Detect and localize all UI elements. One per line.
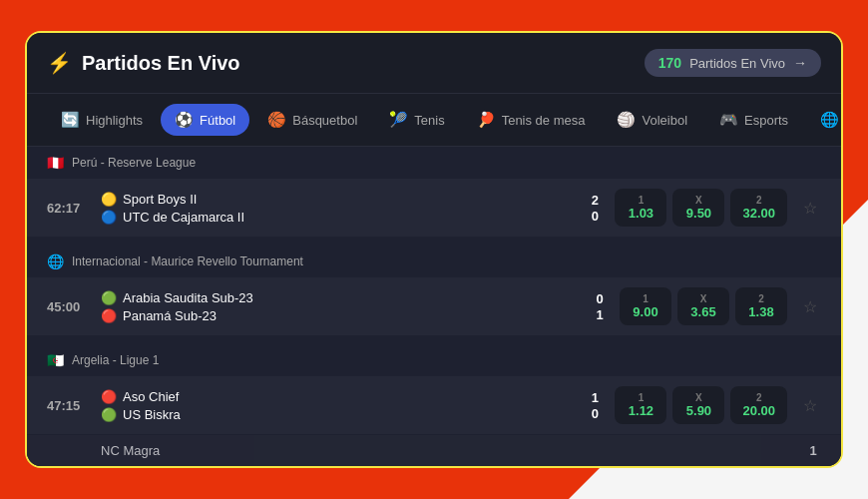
- odd-x-value: 5.90: [686, 403, 711, 418]
- table-row: 45:00 🟢 Arabia Saudita Sub-23 🔴 Panamá S…: [27, 277, 841, 335]
- team-row: 🟢 Arabia Saudita Sub-23: [101, 290, 580, 305]
- tab-esports-label: Esports: [744, 113, 788, 128]
- argelia-league-name: Argelia - Ligue 1: [72, 353, 159, 367]
- tab-tenis-mesa-label: Tenis de mesa: [502, 113, 586, 128]
- tab-tenis[interactable]: 🎾 Tenis: [375, 104, 458, 136]
- partial-team-name: NC Magra: [101, 443, 160, 458]
- odd-2-value: 32.00: [742, 206, 775, 221]
- league-header-internacional: 🌐 Internacional - Maurice Revello Tourna…: [27, 246, 841, 277]
- odd-2-label: 2: [756, 392, 762, 403]
- tab-basquetbol[interactable]: 🏀 Básquetbol: [253, 104, 371, 136]
- partial-match-row: NC Magra 1: [27, 435, 841, 466]
- bolt-icon: ⚡: [47, 51, 72, 75]
- badge-arrow-icon: →: [793, 55, 807, 71]
- favorite-button[interactable]: ☆: [799, 392, 821, 419]
- team2-name: US Biskra: [123, 407, 181, 422]
- odd-x-value: 9.50: [686, 206, 711, 221]
- team-row: 🔵 UTC de Cajamarca II: [101, 210, 575, 225]
- team1-name: Arabia Saudita Sub-23: [123, 290, 253, 305]
- odd-1-button[interactable]: 1 9.00: [620, 287, 671, 325]
- league-header-peru: 🇵🇪 Perú - Reserve League: [27, 147, 841, 179]
- tenis-icon: 🎾: [389, 111, 408, 129]
- odd-x-value: 3.65: [690, 304, 715, 319]
- partial-score: 1: [805, 444, 821, 457]
- odd-2-button[interactable]: 2 32.00: [730, 189, 787, 227]
- peru-league-name: Perú - Reserve League: [72, 156, 196, 170]
- match-time: 45:00: [47, 299, 89, 314]
- score1: 1: [592, 391, 599, 404]
- team2-icon: 🔵: [101, 210, 117, 225]
- header-title: Partidos En Vivo: [82, 52, 240, 75]
- odds-group: 1 1.03 X 9.50 2 32.00: [615, 189, 787, 227]
- tab-highlights[interactable]: 🔄 Highlights: [47, 104, 157, 136]
- tab-futbol-label: Fútbol: [200, 113, 235, 128]
- match-teams: 🟢 Arabia Saudita Sub-23 🔴 Panamá Sub-23: [101, 290, 580, 323]
- score1: 2: [592, 194, 599, 207]
- odd-x-button[interactable]: X 9.50: [672, 189, 724, 227]
- odd-1-value: 9.00: [633, 304, 657, 319]
- score1: 0: [596, 292, 603, 305]
- favorite-button[interactable]: ☆: [799, 293, 821, 320]
- tab-balonmano[interactable]: 🌐 Balonmano: [806, 104, 841, 136]
- tab-esports[interactable]: 🎮 Esports: [705, 104, 802, 136]
- team-row: 🟡 Sport Boys II: [101, 192, 575, 207]
- team-row: NC Magra: [101, 443, 793, 458]
- tab-voleibol-label: Voleibol: [642, 113, 687, 128]
- header-left: ⚡ Partidos En Vivo: [47, 51, 240, 75]
- table-row: 47:15 🔴 Aso Chief 🟢 US Biskra 1 0 1 1.12: [27, 376, 841, 434]
- score2: 0: [592, 210, 599, 223]
- futbol-icon: ⚽: [175, 111, 194, 129]
- tab-highlights-label: Highlights: [86, 113, 143, 128]
- content-area: 🇵🇪 Perú - Reserve League 62:17 🟡 Sport B…: [27, 147, 841, 466]
- team-row: 🟢 US Biskra: [101, 407, 575, 422]
- match-time: 62:17: [47, 201, 89, 216]
- favorite-button[interactable]: ☆: [799, 195, 821, 222]
- team2-icon: 🔴: [101, 308, 117, 323]
- odds-group: 1 9.00 X 3.65 2 1.38: [620, 287, 787, 325]
- odd-1-button[interactable]: 1 1.03: [615, 189, 666, 227]
- match-score: 2 0: [587, 194, 603, 223]
- partial-score-num: 1: [809, 444, 816, 457]
- odd-2-value: 1.38: [748, 304, 773, 319]
- odd-1-button[interactable]: 1 1.12: [615, 386, 666, 424]
- badge-label: Partidos En Vivo: [689, 56, 785, 71]
- odd-x-button[interactable]: X 3.65: [677, 287, 729, 325]
- odd-2-value: 20.00: [742, 403, 775, 418]
- odd-x-label: X: [700, 293, 707, 304]
- odd-x-label: X: [695, 195, 702, 206]
- odd-1-label: 1: [639, 392, 645, 403]
- tab-futbol[interactable]: ⚽ Fútbol: [161, 104, 249, 136]
- team2-icon: 🟢: [101, 407, 117, 422]
- odd-1-value: 1.12: [629, 403, 653, 418]
- voleibol-icon: 🏐: [617, 111, 636, 129]
- team1-name: Aso Chief: [123, 389, 179, 404]
- tab-voleibol[interactable]: 🏐 Voleibol: [603, 104, 701, 136]
- odds-group: 1 1.12 X 5.90 2 20.00: [615, 386, 787, 424]
- tab-tenis-label: Tenis: [414, 113, 444, 128]
- argelia-flag-icon: 🇩🇿: [47, 352, 64, 368]
- live-count: 170: [658, 55, 681, 71]
- team-row: 🔴 Aso Chief: [101, 389, 575, 404]
- nav-tabs: 🔄 Highlights ⚽ Fútbol 🏀 Básquetbol 🎾 Ten…: [27, 94, 841, 147]
- odd-2-button[interactable]: 2 1.38: [735, 287, 787, 325]
- team-row: 🔴 Panamá Sub-23: [101, 308, 580, 323]
- live-count-badge[interactable]: 170 Partidos En Vivo →: [645, 49, 821, 77]
- match-teams: 🔴 Aso Chief 🟢 US Biskra: [101, 389, 575, 422]
- odd-x-label: X: [695, 392, 702, 403]
- team1-name: Sport Boys II: [123, 192, 197, 207]
- internacional-flag-icon: 🌐: [47, 253, 64, 269]
- odd-1-label: 1: [639, 195, 645, 206]
- tab-tenis-mesa[interactable]: 🏓 Tenis de mesa: [463, 104, 600, 136]
- balonmano-icon: 🌐: [820, 111, 839, 129]
- odd-2-button[interactable]: 2 20.00: [730, 386, 787, 424]
- score2: 0: [592, 407, 599, 420]
- esports-icon: 🎮: [719, 111, 738, 129]
- team2-name: Panamá Sub-23: [123, 308, 217, 323]
- odd-x-button[interactable]: X 5.90: [672, 386, 724, 424]
- highlights-icon: 🔄: [61, 111, 80, 129]
- league-header-argelia: 🇩🇿 Argelia - Ligue 1: [27, 344, 841, 376]
- team1-icon: 🟡: [101, 192, 117, 207]
- team2-name: UTC de Cajamarca II: [123, 210, 244, 225]
- tab-basquetbol-label: Básquetbol: [292, 113, 357, 128]
- match-score: 1 0: [587, 391, 603, 420]
